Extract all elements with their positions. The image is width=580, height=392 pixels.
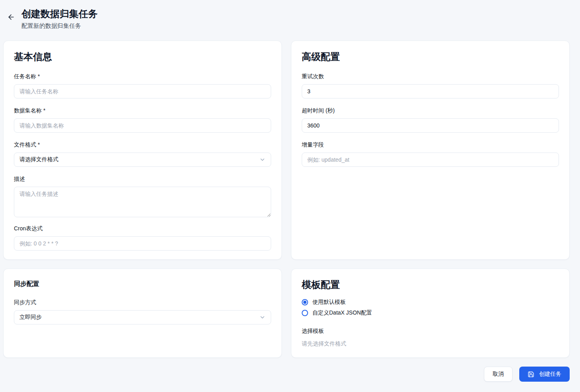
- retry-label: 重试次数: [302, 73, 559, 80]
- select-template-label: 选择模板: [302, 328, 559, 335]
- file-format-select[interactable]: 请选择文件格式: [14, 153, 271, 167]
- timeout-field: 超时时间 (秒): [302, 107, 559, 133]
- form-grid: 基本信息 任务名称 * 数据集名称 * 文件格式 * 请选择文件格式 描述: [0, 30, 580, 358]
- cron-field: Cron表达式: [14, 225, 271, 251]
- timeout-label: 超时时间 (秒): [302, 107, 559, 114]
- radio-custom-label: 自定义DataX JSON配置: [312, 309, 372, 317]
- task-name-label: 任务名称 *: [14, 73, 271, 80]
- cron-input[interactable]: [14, 236, 271, 251]
- chevron-down-icon: [259, 314, 266, 321]
- template-config-heading: 模板配置: [302, 278, 559, 291]
- basic-info-heading: 基本信息: [14, 50, 271, 63]
- page-subtitle: 配置新的数据归集任务: [21, 22, 98, 30]
- retry-field: 重试次数: [302, 73, 559, 98]
- file-format-field: 文件格式 * 请选择文件格式: [14, 141, 271, 167]
- arrow-left-icon: [7, 13, 15, 22]
- footer-actions: 取消 创建任务: [0, 358, 580, 382]
- incremental-label: 增量字段: [302, 141, 559, 149]
- sync-config-heading: 同步配置: [14, 280, 271, 288]
- select-template-hint: 请先选择文件格式: [302, 340, 559, 348]
- description-label: 描述: [14, 176, 271, 183]
- sync-method-label: 同步方式: [14, 299, 271, 306]
- create-task-button[interactable]: 创建任务: [519, 367, 570, 382]
- template-config-card: 模板配置 使用默认模板 自定义DataX JSON配置 选择模板 请先选择文件格…: [291, 268, 570, 358]
- description-field: 描述: [14, 176, 271, 219]
- task-name-input[interactable]: [14, 84, 271, 98]
- save-icon: [528, 371, 534, 378]
- file-format-select-value: 请选择文件格式: [19, 156, 58, 163]
- page-title: 创建数据归集任务: [21, 8, 98, 20]
- sync-method-select[interactable]: 立即同步: [14, 310, 271, 324]
- cancel-button[interactable]: 取消: [484, 367, 513, 382]
- create-task-button-label: 创建任务: [539, 371, 561, 378]
- sync-config-card: 同步配置 同步方式 立即同步: [3, 268, 282, 358]
- incremental-input[interactable]: [302, 153, 559, 167]
- dataset-name-field: 数据集名称 *: [14, 107, 271, 133]
- page-header: 创建数据归集任务 配置新的数据归集任务: [0, 0, 580, 30]
- sync-method-field: 同步方式 立即同步: [14, 299, 271, 324]
- chevron-down-icon: [259, 156, 266, 163]
- dataset-name-label: 数据集名称 *: [14, 107, 271, 114]
- incremental-field: 增量字段: [302, 141, 559, 167]
- retry-input[interactable]: [302, 84, 559, 98]
- cron-label: Cron表达式: [14, 225, 271, 232]
- advanced-config-heading: 高级配置: [302, 50, 559, 63]
- description-textarea[interactable]: [14, 187, 271, 217]
- radio-option-custom-datax[interactable]: 自定义DataX JSON配置: [302, 309, 559, 317]
- task-name-field: 任务名称 *: [14, 73, 271, 98]
- timeout-input[interactable]: [302, 118, 559, 133]
- basic-info-card: 基本信息 任务名称 * 数据集名称 * 文件格式 * 请选择文件格式 描述: [3, 41, 282, 260]
- radio-icon[interactable]: [302, 299, 308, 305]
- advanced-config-card: 高级配置 重试次数 超时时间 (秒) 增量字段: [291, 41, 570, 260]
- dataset-name-input[interactable]: [14, 118, 271, 133]
- file-format-label: 文件格式 *: [14, 141, 271, 149]
- template-radio-group: 使用默认模板 自定义DataX JSON配置: [302, 299, 559, 317]
- back-button[interactable]: [6, 12, 17, 23]
- radio-default-label: 使用默认模板: [312, 299, 346, 306]
- radio-option-default-template[interactable]: 使用默认模板: [302, 299, 559, 306]
- sync-method-select-value: 立即同步: [19, 314, 42, 321]
- radio-icon[interactable]: [302, 310, 308, 316]
